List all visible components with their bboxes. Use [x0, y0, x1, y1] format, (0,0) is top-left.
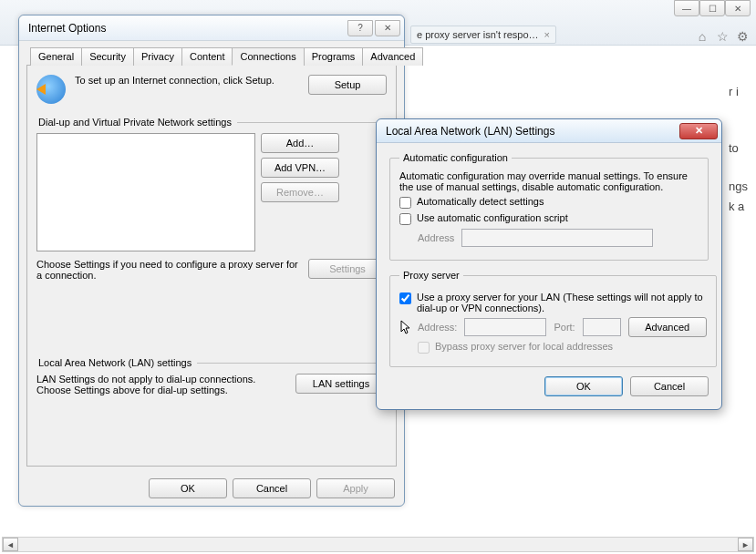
window-controls-background: — ☐ ✕: [674, 0, 751, 16]
lan-close-button[interactable]: ✕: [679, 123, 718, 139]
apply-button: Apply: [316, 478, 395, 498]
use-proxy-checkbox-row[interactable]: Use a proxy server for your LAN (These s…: [399, 292, 707, 313]
lan-group: Local Area Network (LAN) settings: [36, 357, 387, 368]
dialup-vpn-listbox[interactable]: [36, 133, 255, 251]
browser-tab-label: e proxy server isn't respo…: [417, 29, 539, 40]
internet-options-title: Internet Options: [28, 22, 347, 35]
cancel-button[interactable]: Cancel: [233, 478, 311, 498]
bypass-local-checkbox: [418, 342, 430, 354]
proxy-port-input: [583, 318, 621, 336]
bypass-local-checkbox-row[interactable]: Bypass proxy server for local addresses: [418, 341, 707, 354]
home-icon[interactable]: ⌂: [694, 29, 710, 44]
auto-detect-label: Automatically detect settings: [417, 196, 544, 207]
automatic-configuration-group: Automatic configuration Automatic config…: [389, 152, 709, 261]
internet-options-footer: OK Cancel Apply: [149, 478, 395, 498]
browser-tab[interactable]: e proxy server isn't respo… ×: [410, 26, 556, 44]
globe-icon: [36, 75, 66, 104]
internet-options-dialog: Internet Options ? ✕ General Security Pr…: [18, 15, 405, 507]
browser-tab-close-icon[interactable]: ×: [544, 29, 550, 40]
scroll-right-arrow-icon[interactable]: ►: [738, 538, 753, 551]
tab-panel-connections: To set up an Internet connection, click …: [26, 66, 397, 467]
ok-button[interactable]: OK: [149, 478, 227, 498]
automatic-configuration-description: Automatic configuration may override man…: [399, 170, 699, 192]
use-proxy-checkbox[interactable]: [399, 292, 411, 304]
tab-programs[interactable]: Programs: [304, 47, 364, 66]
auto-script-address-input: [461, 229, 653, 247]
proxy-port-label: Port:: [554, 322, 575, 333]
auto-script-label: Use automatic configuration script: [417, 212, 568, 223]
tab-general[interactable]: General: [30, 47, 82, 66]
advanced-button[interactable]: Advanced: [628, 317, 707, 337]
close-button-bg[interactable]: ✕: [725, 0, 751, 16]
lan-description: LAN Settings do not apply to dial-up con…: [36, 374, 290, 395]
dialup-vpn-group: Dial-up and Virtual Private Network sett…: [36, 117, 387, 128]
auto-script-checkbox[interactable]: [399, 213, 411, 225]
automatic-configuration-legend: Automatic configuration: [399, 152, 512, 163]
proxy-address-label: Address:: [418, 322, 457, 333]
add-button[interactable]: Add…: [261, 133, 339, 153]
help-button[interactable]: ?: [347, 20, 373, 36]
star-icon[interactable]: ☆: [714, 29, 730, 44]
tab-advanced[interactable]: Advanced: [362, 47, 423, 66]
proxy-address-input: [464, 318, 546, 336]
tab-content[interactable]: Content: [181, 47, 233, 66]
auto-script-checkbox-row[interactable]: Use automatic configuration script: [399, 212, 699, 225]
add-vpn-button[interactable]: Add VPN…: [261, 158, 339, 178]
auto-detect-checkbox[interactable]: [399, 197, 411, 209]
proxy-server-group: Proxy server Use a proxy server for your…: [389, 270, 717, 367]
gear-icon[interactable]: ⚙: [734, 29, 751, 44]
setup-button[interactable]: Setup: [308, 75, 387, 95]
proxy-server-legend: Proxy server: [399, 270, 463, 281]
internet-options-titlebar[interactable]: Internet Options ? ✕: [19, 15, 404, 41]
use-proxy-label: Use a proxy server for your LAN (These s…: [417, 292, 707, 313]
auto-detect-checkbox-row[interactable]: Automatically detect settings: [399, 196, 699, 209]
background-page-text: r i to ngs k a: [729, 82, 756, 217]
lan-settings-title: Local Area Network (LAN) Settings: [386, 125, 679, 138]
horizontal-scrollbar[interactable]: ◄ ►: [2, 537, 754, 552]
lan-settings-titlebar[interactable]: Local Area Network (LAN) Settings ✕: [377, 119, 721, 143]
setup-description: To set up an Internet connection, click …: [75, 75, 299, 86]
lan-legend: Local Area Network (LAN) settings: [36, 357, 197, 368]
lan-settings-dialog: Local Area Network (LAN) Settings ✕ Auto…: [376, 118, 722, 410]
tab-security[interactable]: Security: [81, 47, 134, 66]
internet-options-tabs: General Security Privacy Content Connect…: [26, 46, 397, 66]
remove-button: Remove…: [261, 182, 339, 202]
lan-settings-footer: OK Cancel: [388, 376, 709, 396]
lan-settings-button[interactable]: LAN settings: [295, 374, 387, 394]
auto-script-address-label: Address: [418, 232, 454, 243]
lan-ok-button[interactable]: OK: [544, 376, 623, 396]
close-button[interactable]: ✕: [375, 20, 400, 36]
tab-privacy[interactable]: Privacy: [133, 47, 182, 66]
dialup-vpn-legend: Dial-up and Virtual Private Network sett…: [36, 117, 237, 128]
maximize-button-bg[interactable]: ☐: [699, 0, 725, 16]
scroll-left-arrow-icon[interactable]: ◄: [3, 538, 18, 551]
bypass-local-label: Bypass proxy server for local addresses: [435, 341, 613, 352]
lan-cancel-button[interactable]: Cancel: [630, 376, 709, 396]
tab-connections[interactable]: Connections: [232, 47, 304, 66]
minimize-button-bg[interactable]: —: [674, 0, 699, 16]
settings-description: Choose Settings if you need to configure…: [36, 259, 303, 281]
